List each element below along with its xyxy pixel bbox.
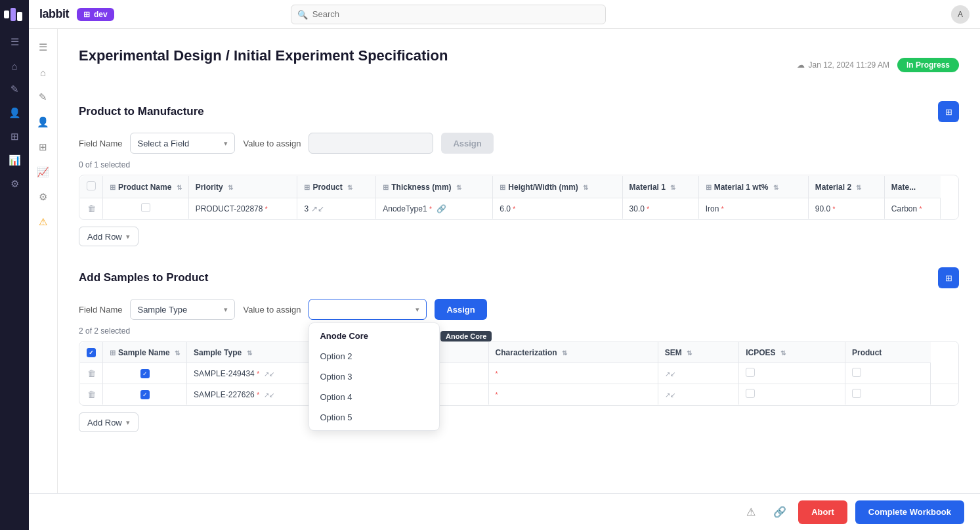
th-mate-more: Mate...: [884, 176, 941, 198]
row-checkbox-s1[interactable]: ✓: [140, 369, 150, 378]
assign-button-2[interactable]: Assign: [435, 299, 486, 320]
row-delete-cell-1: 🗑: [80, 198, 103, 219]
th-checkbox-2: ✓: [80, 342, 103, 363]
section1-icon-btn[interactable]: ⊞: [938, 101, 959, 122]
left-nav-users-icon[interactable]: 👤: [33, 112, 54, 133]
sem-checkbox-2[interactable]: [746, 389, 755, 398]
sort-icon-material1-wt: ⇅: [773, 184, 778, 191]
dropdown-item-anode-core[interactable]: Anode Core Anode Core: [309, 326, 439, 346]
row-delete-icon-s1[interactable]: 🗑: [87, 368, 96, 378]
warning-icon-bottom[interactable]: ⚠: [740, 502, 761, 523]
sort-icon-thickness: ⇅: [456, 184, 461, 191]
search-icon: 🔍: [297, 9, 308, 19]
th-icon-height-width: ⊞: [500, 183, 505, 191]
add-row-chevron-2: ▾: [126, 418, 130, 427]
add-row-button-2[interactable]: Add Row ▾: [79, 412, 138, 432]
left-nav-settings-icon[interactable]: ⚙: [33, 187, 54, 208]
thickness-value: 6.0: [500, 204, 511, 213]
add-row-button-1[interactable]: Add Row ▾: [79, 227, 138, 246]
add-row-label-1: Add Row: [87, 232, 122, 242]
header-checkbox-2[interactable]: ✓: [87, 348, 96, 357]
required-indicator-hw: *: [647, 206, 649, 213]
header-checkbox-1[interactable]: [87, 181, 96, 190]
dropdown-item-option4[interactable]: Option 4: [309, 387, 439, 407]
th-product-2: Product: [845, 342, 930, 363]
priority-dropdown-arrow: ↗↙: [311, 204, 324, 213]
cell-char-1: ↗↙: [658, 363, 738, 384]
left-nav-warning-icon[interactable]: ⚠: [33, 211, 54, 232]
left-nav-home-icon[interactable]: ⌂: [33, 62, 54, 83]
sort-icon-sem: ⇅: [687, 349, 692, 357]
abort-button[interactable]: Abort: [798, 500, 847, 524]
th-icon-thickness: ⊞: [383, 183, 389, 191]
value-to-assign-label-1: Value to assign: [243, 139, 301, 148]
dropdown-item-option2[interactable]: Option 2: [309, 346, 439, 366]
assign-button-1[interactable]: Assign: [441, 133, 493, 154]
section-product-to-manufacture: Product to Manufacture ⊞ Field Name Sele…: [79, 101, 959, 246]
sort-icon-product-name: ⇅: [177, 184, 182, 191]
left-nav-panel-icon[interactable]: ☰: [33, 37, 54, 58]
search-input[interactable]: [291, 5, 606, 24]
env-grid-icon: ⊞: [83, 10, 90, 19]
sidebar-chart-icon[interactable]: 📊: [4, 150, 25, 171]
page-content: Experimental Design / Initial Experiment…: [58, 29, 980, 493]
table-row: 🗑 PRODUCT-202878 * 3 ↗↙: [80, 198, 958, 219]
table-row: 🗑 ✓ SAMPLE-249434 * ↗↙: [80, 363, 958, 384]
th-icon-product-name: ⊞: [110, 183, 116, 191]
env-badge[interactable]: ⊞ dev: [77, 8, 114, 21]
th-height-width: ⊞Height/Width (mm) ⇅: [493, 176, 622, 198]
sidebar-menu-icon[interactable]: ☰: [4, 32, 25, 53]
sidebar: ☰ ⌂ ✎ 👤 ⊞ 📊 ⚙: [0, 0, 29, 530]
icpoes-checkbox-1[interactable]: [852, 368, 861, 377]
priority-dropdown[interactable]: 3 ↗↙: [304, 204, 369, 213]
sem-checkbox-1[interactable]: [746, 368, 755, 377]
anode-core-tooltip: Anode Core: [440, 331, 492, 342]
complete-workbook-button[interactable]: Complete Workbook: [855, 500, 964, 524]
cell-material1wt-1: 90.0 *: [808, 198, 884, 219]
field-select-2[interactable]: Sample Type ▾: [130, 299, 235, 320]
section2-header: Add Samples to Product ⊞: [79, 267, 959, 288]
th-icpoes: ICPOES ⇅: [739, 342, 845, 363]
sort-icon-material1: ⇅: [670, 184, 675, 191]
priority-value: 3: [304, 204, 309, 213]
dropdown-item-option3[interactable]: Option 3: [309, 366, 439, 387]
selected-count-1: 0 of 1 selected: [79, 160, 959, 169]
cell-thickness-1: 6.0 *: [493, 198, 622, 219]
left-nav-grid-icon[interactable]: ⊞: [33, 137, 54, 158]
field-name-label-2: Field Name: [79, 305, 122, 315]
sidebar-settings-icon[interactable]: ⚙: [4, 173, 25, 194]
icpoes-checkbox-2[interactable]: [852, 389, 861, 398]
sort-icon-char: ⇅: [562, 349, 567, 357]
sidebar-edit-icon[interactable]: ✎: [4, 79, 25, 100]
sidebar-home-icon[interactable]: ⌂: [4, 55, 25, 76]
left-nav-chart-icon[interactable]: 📈: [33, 162, 54, 183]
section-add-samples: Add Samples to Product ⊞ Field Name Samp…: [79, 267, 959, 432]
page-header: Experimental Design / Initial Experiment…: [79, 47, 959, 83]
section2-icon-btn[interactable]: ⊞: [938, 267, 959, 288]
sidebar-users-icon[interactable]: 👤: [4, 102, 25, 123]
value-input-2[interactable]: ▾: [309, 299, 427, 320]
sidebar-grid-icon[interactable]: ⊞: [4, 126, 25, 147]
cloud-icon: ☁: [797, 60, 805, 70]
link-icon-bottom[interactable]: 🔗: [769, 502, 790, 523]
field-select-1[interactable]: Select a Field ▾: [130, 133, 235, 154]
topbar-logo: labbit: [39, 7, 69, 21]
value-input-1[interactable]: [309, 133, 433, 154]
row-delete-icon-s2[interactable]: 🗑: [87, 389, 96, 399]
left-nav-edit-icon[interactable]: ✎: [33, 87, 54, 108]
section1-title: Product to Manufacture: [79, 105, 204, 118]
user-avatar[interactable]: A: [951, 5, 969, 24]
dropdown-item-option5-label: Option 5: [320, 412, 352, 422]
topbar: labbit ⊞ dev 🔍 A: [29, 0, 980, 29]
sample-type-dropdown: Anode Core Anode Core Option 2 Option 3 …: [309, 322, 440, 431]
cell-product-1: AnodeType1 * 🔗: [376, 198, 493, 219]
dropdown-item-option5[interactable]: Option 5: [309, 407, 439, 428]
row-checkbox-1[interactable]: [141, 203, 150, 212]
assign-row-1: Field Name Select a Field ▾ Value to ass…: [79, 133, 959, 154]
status-badge: In Progress: [897, 58, 959, 72]
row-delete-icon-1[interactable]: 🗑: [87, 204, 96, 213]
row-checkbox-s2[interactable]: ✓: [140, 390, 150, 399]
field-name-label-1: Field Name: [79, 139, 122, 148]
cell-diameter-2: *: [488, 384, 658, 405]
sort-icon-height-width: ⇅: [583, 184, 588, 191]
